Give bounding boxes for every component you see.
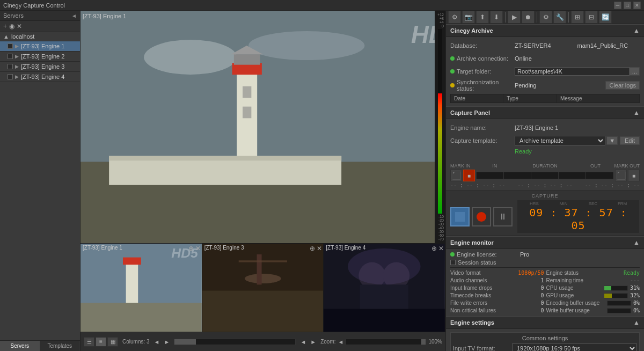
engine-item[interactable]: ▶ [ZT-93] Engine 2 (0, 52, 80, 62)
mark-out-label: MARK OUT (613, 163, 640, 169)
view-detail-btn[interactable]: ≡ (96, 337, 106, 347)
target-folder-browse-btn[interactable]: ... (630, 67, 640, 76)
capture-section-header: Capture Panel ▲ (446, 106, 644, 119)
engine-checkbox[interactable] (8, 54, 13, 59)
toolbar-upload-btn[interactable]: ⬆ (476, 11, 489, 24)
svg-point-28 (348, 248, 420, 285)
toolbar-separator (568, 12, 569, 23)
server-expand-icon[interactable]: ▲ (3, 33, 9, 40)
horizontal-scrollbar[interactable] (174, 339, 296, 345)
toolbar-remove-btn[interactable]: ⊟ (585, 11, 598, 24)
view-list-btn[interactable]: ☰ (84, 337, 94, 347)
toolbar-download-btn[interactable]: ⬇ (490, 11, 503, 24)
archive-collapse-btn[interactable]: ▲ (633, 27, 640, 34)
engine-item[interactable]: ▶ [ZT-93] Engine 1 (0, 41, 80, 52)
thumb-close-icon[interactable]: ✕ (195, 245, 201, 252)
svg-point-20 (245, 274, 281, 283)
toolbar-refresh-btn[interactable]: 🔄 (599, 11, 612, 24)
timeline-bar[interactable] (476, 172, 614, 179)
thumb-add-icon[interactable]: ⊕ (188, 245, 194, 252)
capture-template-select[interactable]: Archive template (515, 136, 605, 145)
timeline-tick (586, 172, 613, 179)
vu-bar-container (438, 29, 442, 214)
thumb-close-icon[interactable]: ✕ (438, 245, 444, 252)
engine-item[interactable]: ▶ [ZT-93] Engine 4 (0, 72, 80, 82)
input-frame-drops-label: Input frame drops (450, 285, 492, 291)
out-btn[interactable]: ⬛ (615, 170, 627, 181)
write-buffer-bar-wrap: 0% (607, 308, 640, 313)
sync-status-dot (450, 83, 455, 87)
maximize-button[interactable]: □ (624, 2, 631, 9)
rec-button[interactable] (472, 207, 491, 226)
input-tv-format-row: Input TV format: 1920x1080p 16:9 50 fps (453, 343, 637, 351)
session-checkbox[interactable] (450, 260, 456, 265)
split-button[interactable]: ⏸ (493, 207, 513, 226)
engine-item[interactable]: ▶ [ZT-93] Engine 3 (0, 62, 80, 72)
window-controls[interactable]: ─ □ ✕ (614, 2, 641, 9)
engine-checkbox[interactable] (8, 64, 13, 69)
target-folder-input[interactable] (515, 67, 630, 76)
thumbnail-engine3[interactable]: [ZT-93] Engine 3 ⊕ ✕ (202, 244, 324, 332)
thumb-video3 (324, 244, 445, 332)
timeline-tick (477, 172, 504, 179)
engine-monitor-title: Engine monitor (450, 239, 494, 246)
capture-template-label: Capture template: (450, 137, 515, 144)
stop-button[interactable] (450, 207, 470, 226)
thumbnail-engine1[interactable]: [ZT-93] Engine 1 ⊕ ✕ HD5 (80, 244, 202, 332)
cpu-usage-bar-wrap: 31% (604, 285, 640, 291)
zoom-scrollbar[interactable] (346, 339, 426, 345)
toolbar-add-btn[interactable]: ⊞ (571, 11, 584, 24)
minimize-button[interactable]: ─ (614, 2, 621, 9)
clear-logs-btn[interactable]: Clear logs (605, 81, 640, 90)
mark-in-btn[interactable]: ⬛ (450, 170, 462, 181)
thumb-add-icon[interactable]: ⊕ (310, 245, 315, 252)
title-bar: Cinegy Capture Control ─ □ ✕ (0, 0, 644, 11)
thumb-close-icon[interactable]: ✕ (317, 245, 322, 252)
columns-prev-btn[interactable]: ◄ (154, 339, 160, 345)
tc-labels-row: HRS MIN SEC FRM (519, 201, 637, 206)
capture-collapse-btn[interactable]: ▲ (633, 109, 640, 116)
columns-next-btn[interactable]: ► (164, 339, 170, 345)
toolbar-separator (505, 12, 506, 23)
non-critical-failures-label: Non-critical failures (450, 308, 496, 313)
scroll-prev-btn[interactable]: ◄ (300, 339, 306, 345)
encoding-buffer-bar-wrap: 0% (607, 300, 640, 306)
svg-rect-14 (80, 303, 202, 332)
toolbar-record-btn[interactable]: ⏺ (522, 11, 535, 24)
thumb-add-icon[interactable]: ⊕ (431, 245, 437, 252)
tab-servers[interactable]: Servers (0, 341, 40, 351)
toolbar-tools-btn[interactable]: 🔧 (553, 11, 566, 24)
zoom-prev-btn[interactable]: ◄ (338, 339, 344, 345)
toolbar-play-btn[interactable]: ▶ (508, 11, 521, 24)
in-btn[interactable]: ■ (463, 170, 475, 181)
add-server-btn[interactable]: + (3, 23, 7, 30)
thumbnail-engine4[interactable]: [ZT-93] Engine 4 ⊕ ✕ (324, 244, 445, 332)
capture-panel-title: Capture Panel (450, 109, 490, 116)
settings-collapse-btn[interactable]: ▲ (633, 319, 640, 326)
engine-checkbox[interactable] (8, 43, 13, 49)
zoom-percentage: 100% (428, 339, 442, 345)
svg-rect-11 (109, 156, 341, 161)
toolbar-settings-btn[interactable]: ⚙ (539, 11, 552, 24)
engine-checkbox[interactable] (8, 74, 13, 79)
sidebar-collapse-btn[interactable]: ◄ (71, 13, 77, 19)
svg-rect-9 (243, 107, 251, 119)
remaining-time-value: --- (630, 277, 640, 283)
input-tv-format-select[interactable]: 1920x1080p 16:9 50 fps (512, 343, 637, 351)
toolbar-capture-btn[interactable]: 📷 (462, 11, 475, 24)
close-button[interactable]: ✕ (633, 2, 641, 9)
tab-templates[interactable]: Templates (40, 341, 80, 351)
toolbar-config-btn[interactable]: ⚙ (448, 11, 461, 24)
template-edit-btn[interactable]: Edit (620, 136, 640, 145)
engine-name-row: Engine name: [ZT-93] Engine 1 (450, 122, 640, 133)
connect-btn[interactable]: ◉ (9, 23, 14, 30)
view-grid-btn[interactable]: ▦ (107, 337, 118, 347)
thumb-label: [ZT-93] Engine 4 (326, 245, 365, 251)
template-filter-btn[interactable]: ▼ (606, 136, 618, 145)
audio-channels-label: Audio channels (450, 277, 487, 283)
monitor-collapse-btn[interactable]: ▲ (633, 239, 640, 246)
non-critical-failures-value: 0 (540, 308, 544, 313)
scroll-next-btn[interactable]: ► (310, 339, 316, 345)
disconnect-btn[interactable]: ✕ (17, 23, 22, 30)
mark-out-btn[interactable]: ■ (628, 170, 640, 181)
